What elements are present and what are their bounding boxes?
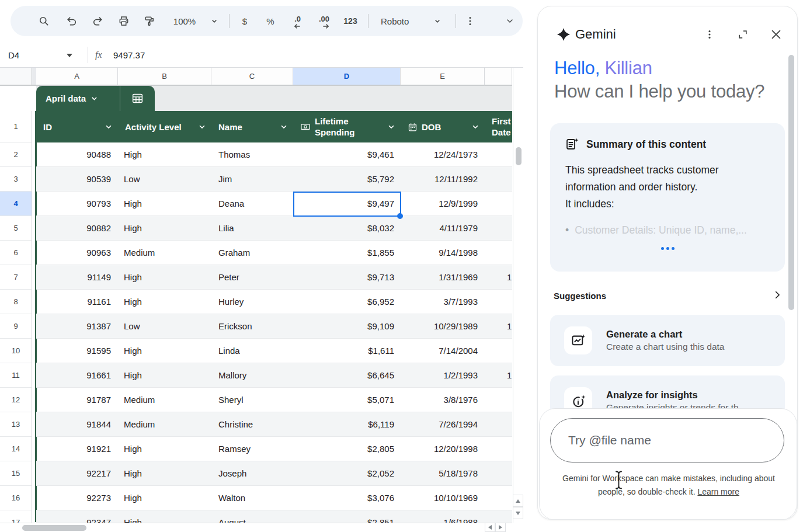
table-tab-caret-icon[interactable] [91,95,98,102]
increase-decimal-button[interactable]: .00 [315,6,333,36]
cell-name[interactable]: Deana [211,192,293,216]
cell-first[interactable] [485,510,512,523]
scroll-down-button[interactable] [513,507,523,519]
cell-id[interactable]: 91844 [36,412,118,437]
cell-first[interactable]: 1 [485,314,512,339]
table-column-header[interactable]: Lifetime Spending [293,111,401,142]
row-header-1[interactable]: 1 [0,111,32,142]
format-percent-button[interactable]: % [264,6,277,36]
cell-id[interactable]: 90793 [36,192,118,216]
table-column-header[interactable]: DOB [401,111,485,142]
gemini-close-icon[interactable] [769,27,783,41]
cell-first[interactable] [485,486,512,510]
cell-id[interactable]: 91149 [36,265,118,290]
cell-spending[interactable]: $6,645 [293,363,401,388]
cell-dob[interactable]: 4/11/1979 [401,216,485,241]
horizontal-scrollbar-thumb[interactable] [22,525,86,531]
cell-spending[interactable]: $9,497 [293,192,401,216]
column-header-A[interactable]: A [36,68,118,86]
column-header-E[interactable]: E [401,68,485,86]
cell-spending[interactable]: $2,851 [293,510,401,523]
scroll-right-button[interactable] [495,523,506,532]
cell-id[interactable]: 91387 [36,314,118,339]
cell-name[interactable]: Thomas [211,142,293,167]
cell-spending[interactable]: $2,805 [293,437,401,461]
cell-name[interactable]: Sheryl [211,388,293,412]
cell-dob[interactable]: 3/8/1976 [401,388,485,412]
learn-more-link[interactable]: Learn more [697,487,739,496]
row-header-15[interactable]: 15 [0,461,32,486]
cell-name[interactable]: Peter [211,265,293,290]
scroll-left-button[interactable] [485,523,495,532]
row-header-12[interactable]: 12 [0,388,32,412]
cell-first[interactable] [485,167,512,192]
cell-dob[interactable]: 7/26/1994 [401,412,485,437]
undo-icon[interactable] [65,6,78,36]
cell-id[interactable]: 92217 [36,461,118,486]
cell-name[interactable]: Linda [211,339,293,363]
cell-id[interactable]: 90539 [36,167,118,192]
cell-dob[interactable]: 1/6/1988 [401,510,485,523]
cell-name[interactable]: Christine [211,412,293,437]
cell-first[interactable]: 1 [485,265,512,290]
print-icon[interactable] [117,6,130,36]
zoom-select[interactable]: 100% [167,6,202,36]
cell-activity[interactable]: High [118,461,211,486]
cell-dob[interactable]: 7/14/2004 [401,339,485,363]
cell-first[interactable] [485,388,512,412]
cell-name[interactable]: Joseph [211,461,293,486]
paint-format-icon[interactable] [143,6,156,36]
cell-dob[interactable]: 10/10/1969 [401,486,485,510]
row-header-3[interactable]: 3 [0,167,32,192]
suggestion-card-generate-a-chart[interactable]: Generate a chartCreate a chart using thi… [550,315,785,366]
cell-first[interactable] [485,192,512,216]
cell-activity[interactable]: Medium [118,388,211,412]
column-filter-chevron-icon[interactable] [198,123,206,131]
cell-spending[interactable]: $9,713 [293,265,401,290]
column-header-D[interactable]: D [293,68,401,86]
cell-id[interactable]: 91921 [36,437,118,461]
cell-dob[interactable]: 1/31/1969 [401,265,485,290]
row-header-17[interactable]: 17 [0,510,32,523]
cell-id[interactable]: 91661 [36,363,118,388]
cell-dob[interactable]: 5/18/1978 [401,461,485,486]
column-header-clipped[interactable] [485,68,512,86]
more-options-icon[interactable] [464,6,477,36]
cell-spending[interactable]: $1,855 [293,241,401,265]
name-box-caret-icon[interactable] [67,54,72,57]
name-box[interactable]: D4 [8,42,64,68]
cell-first[interactable] [485,461,512,486]
zoom-caret-icon[interactable] [209,6,220,36]
cell-name[interactable]: August [211,510,293,523]
cell-first[interactable] [485,216,512,241]
font-caret-icon[interactable] [432,6,443,36]
column-filter-chevron-icon[interactable] [387,123,395,131]
cell-name[interactable]: Walton [211,486,293,510]
cell-dob[interactable]: 3/7/1993 [401,290,485,314]
cell-id[interactable]: 92347 [36,510,118,523]
cell-name[interactable]: Lilia [211,216,293,241]
row-header-6[interactable]: 6 [0,241,32,265]
cell-id[interactable]: 91595 [36,339,118,363]
cell-activity[interactable]: High [118,290,211,314]
cell-first[interactable] [485,339,512,363]
summary-card[interactable]: Summary of this content This spreadsheet… [550,123,785,272]
cell-activity[interactable]: High [118,486,211,510]
cell-dob[interactable]: 1/2/1993 [401,363,485,388]
cell-spending[interactable]: $1,611 [293,339,401,363]
row-header-14[interactable]: 14 [0,437,32,461]
cell-spending[interactable]: $2,052 [293,461,401,486]
scroll-up-button[interactable] [513,495,523,507]
formula-input[interactable]: 9497.37 [113,42,145,68]
cell-id[interactable]: 91161 [36,290,118,314]
cell-activity[interactable]: Medium [118,241,211,265]
row-header-10[interactable]: 10 [0,339,32,363]
cell-activity[interactable]: High [118,265,211,290]
cell-activity[interactable]: High [118,363,211,388]
table-column-header[interactable]: Activity Level [118,111,211,142]
cell-activity[interactable]: High [118,437,211,461]
cell-spending[interactable]: $5,071 [293,388,401,412]
row-header-5[interactable]: 5 [0,216,32,241]
cell-name[interactable]: Jim [211,167,293,192]
table-column-header[interactable]: First Date [485,111,512,142]
